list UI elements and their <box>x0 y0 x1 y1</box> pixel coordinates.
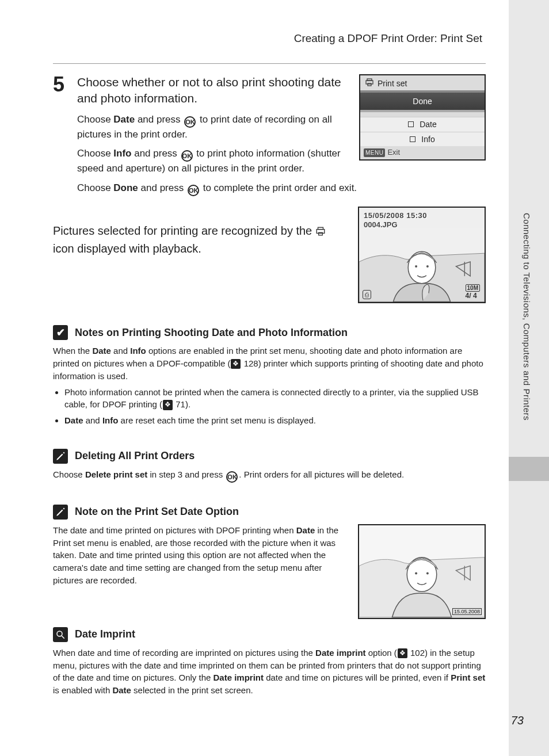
pencil-icon <box>53 505 68 520</box>
printer-icon <box>365 78 374 89</box>
svg-point-11 <box>426 265 429 268</box>
ok-icon: OK <box>226 471 238 483</box>
note-date-option: Note on the Print Set Date Option The da… <box>53 505 486 619</box>
date-imprint-sample: 15.05.2008 <box>358 524 486 619</box>
note-deleting-orders: Deleting All Print Orders Choose Delete … <box>53 449 486 483</box>
section-tab-label: Connecting to Televisions, Computers and… <box>522 213 532 421</box>
thumb-date: 15/05/2008 15:30 <box>364 211 427 220</box>
note-title: Note on the Print Set Date Option <box>75 506 239 518</box>
thumb-print-icon: ⎙ <box>363 290 371 299</box>
step-heading: Choose whether or not to also print shoo… <box>77 74 350 107</box>
note-text: When date and time of recording are impr… <box>53 647 486 697</box>
checkbox-icon <box>410 136 415 142</box>
step-para-date: Choose Date and press OK to print date o… <box>77 113 350 142</box>
note-date-imprint: Date Imprint When date and time of recor… <box>53 627 486 697</box>
menu-badge-icon: MENU <box>364 148 385 157</box>
step-para-done: Choose Done and press OK to complete the… <box>77 181 486 196</box>
divider <box>53 63 486 64</box>
lcd-title-text: Print set <box>378 78 407 89</box>
check-icon: ✔ <box>53 325 68 340</box>
svg-point-17 <box>426 572 429 574</box>
note-shooting-date: ✔ Notes on Printing Shooting Date and Ph… <box>53 325 486 427</box>
note-text: Choose Delete print set in step 3 and pr… <box>53 468 486 483</box>
svg-point-18 <box>57 631 62 636</box>
svg-line-19 <box>62 636 64 639</box>
print-order-icon <box>315 224 326 240</box>
section-tab-marker <box>509 457 549 481</box>
lcd-done: Done <box>360 90 485 112</box>
svg-rect-5 <box>318 233 322 236</box>
svg-rect-1 <box>367 79 372 81</box>
checkbox-icon <box>408 121 414 127</box>
lcd-info-option: Info <box>360 132 485 146</box>
svg-point-10 <box>415 265 417 268</box>
note-title: Date Imprint <box>75 628 135 640</box>
magnify-icon <box>53 627 68 642</box>
lcd-exit-text: Exit <box>387 148 400 158</box>
lcd-date-option: Date <box>360 117 485 131</box>
ok-icon: OK <box>181 150 193 162</box>
svg-point-16 <box>415 572 417 574</box>
thumb-counter: 10M 4/ 4 <box>466 284 481 300</box>
page-ref-icon: ❖ <box>231 359 241 369</box>
sample-photo-icon <box>359 525 485 618</box>
ok-icon: OK <box>184 116 196 128</box>
note-text: The date and time printed on pictures wi… <box>53 524 348 587</box>
svg-rect-4 <box>318 228 323 230</box>
page-ref-icon: ❖ <box>398 648 407 658</box>
step-5: 5 Choose whether or not to also print sh… <box>53 74 486 202</box>
page-header: Creating a DPOF Print Order: Print Set <box>53 32 486 55</box>
step-para-info: Choose Info and press OK to print photo … <box>77 147 350 175</box>
note-bullet: Date and Info are reset each time the pr… <box>64 414 486 427</box>
ok-icon: OK <box>188 185 199 196</box>
page-ref-icon: ❖ <box>163 400 173 410</box>
imprint-date-label: 15.05.2008 <box>452 608 482 615</box>
note-text: When the Date and Info options are enabl… <box>53 345 486 382</box>
lcd-print-set: Print set Done Date Info MENUExit <box>359 74 486 161</box>
pencil-icon <box>53 449 68 464</box>
note-title: Notes on Printing Shooting Date and Phot… <box>75 327 348 339</box>
playback-thumbnail: 15/05/2008 15:30 0004.JPG ⎙ 10M <box>358 207 486 303</box>
page-number: 73 <box>511 714 524 727</box>
playback-note: Pictures selected for printing are recog… <box>53 223 348 257</box>
note-title: Deleting All Print Orders <box>75 450 195 462</box>
note-bullet: Photo information cannot be printed when… <box>64 386 486 411</box>
step-number: 5 <box>53 74 69 202</box>
